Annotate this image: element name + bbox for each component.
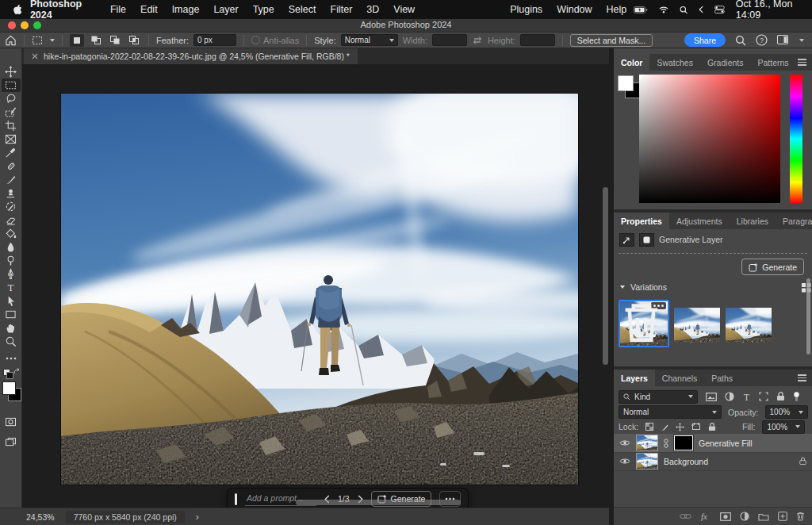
object-selection-tool[interactable] [2, 105, 21, 119]
menu-help[interactable]: Help [599, 4, 634, 15]
tab-paths[interactable]: Paths [704, 370, 740, 386]
crop-tool[interactable] [2, 119, 21, 132]
add-to-selection-mode-button[interactable] [89, 34, 103, 47]
apple-logo-icon[interactable] [13, 3, 22, 16]
properties-generate-button[interactable]: Generate [741, 259, 804, 275]
tab-color[interactable]: Color [614, 54, 649, 71]
lock-transparency-icon[interactable] [645, 423, 653, 431]
swap-dimensions-icon[interactable] [472, 36, 483, 45]
subtract-from-selection-mode-button[interactable] [108, 34, 122, 47]
paint-bucket-tool[interactable] [2, 227, 21, 240]
tab-properties[interactable]: Properties [614, 213, 669, 229]
mask-link-icon[interactable] [664, 439, 668, 448]
height-input[interactable] [520, 34, 555, 46]
frame-tool[interactable] [2, 132, 21, 146]
status-expander-icon[interactable]: › [196, 512, 199, 523]
spot-healing-brush-tool[interactable] [2, 159, 21, 173]
hue-strip[interactable] [790, 75, 802, 203]
variation-thumbnail-1[interactable] [619, 300, 669, 347]
vertical-scrollbar[interactable] [603, 187, 608, 365]
filter-smart-object-icon[interactable] [776, 392, 785, 401]
home-icon[interactable] [5, 35, 17, 46]
adjustment-layer-icon[interactable] [740, 512, 749, 521]
lock-all-icon[interactable] [708, 423, 716, 431]
tab-libraries[interactable]: Libraries [730, 213, 776, 229]
tab-swatches[interactable]: Swatches [649, 54, 700, 71]
eyedropper-tool[interactable] [2, 146, 21, 159]
horizontal-scrollbar[interactable] [296, 500, 461, 505]
link-layers-icon[interactable] [680, 513, 691, 519]
variations-header[interactable]: Variations [614, 281, 812, 293]
history-brush-tool[interactable] [2, 200, 21, 213]
menu-3d[interactable]: 3D [359, 4, 386, 15]
menu-view[interactable]: View [386, 4, 422, 15]
help-icon[interactable]: ? [756, 34, 768, 46]
rectangle-tool[interactable] [2, 308, 21, 321]
menu-file[interactable]: File [103, 4, 133, 15]
menubar-clock[interactable]: Oct 16., Mon 14:09 [736, 0, 802, 21]
layer-row-generative-fill[interactable]: Generative Fill [614, 434, 812, 453]
quick-mask-button[interactable] [2, 415, 21, 428]
color-field[interactable] [639, 75, 780, 203]
battery-icon[interactable] [634, 6, 647, 14]
menu-image[interactable]: Image [165, 4, 207, 15]
lock-artboard-icon[interactable] [691, 423, 701, 431]
tab-paragraph[interactable]: Paragraph [776, 213, 812, 229]
lasso-tool[interactable] [2, 92, 21, 105]
menu-app-name[interactable]: Photoshop 2024 [22, 0, 103, 21]
menu-type[interactable]: Type [246, 4, 282, 15]
filter-toggle-icon[interactable] [793, 392, 800, 402]
control-center-icon[interactable] [714, 5, 725, 14]
visibility-eye-icon[interactable] [619, 439, 630, 446]
foreground-color-swatch[interactable] [2, 381, 16, 395]
filter-kind-dropdown[interactable]: Kind [619, 390, 698, 404]
select-and-mask-button[interactable]: Select and Mask... [570, 34, 653, 47]
dodge-tool[interactable] [2, 254, 21, 267]
menu-plugins[interactable]: Plugins [503, 4, 550, 15]
clone-stamp-tool[interactable] [2, 186, 21, 200]
close-tab-icon[interactable] [32, 53, 38, 59]
lock-position-icon[interactable] [676, 423, 684, 431]
zoom-tool[interactable] [2, 335, 21, 348]
layer-thumbnail[interactable] [636, 435, 658, 451]
workspace-chevron-icon[interactable] [799, 39, 804, 42]
brush-tool[interactable] [2, 173, 21, 186]
pen-tool[interactable] [2, 267, 21, 281]
default-colors-control[interactable] [0, 367, 21, 380]
marquee-tool-preset-icon[interactable] [32, 35, 45, 46]
layer-thumbnail[interactable] [636, 453, 658, 469]
opacity-dropdown[interactable]: 100% [765, 405, 808, 419]
foreground-background-swatches[interactable] [0, 380, 21, 408]
canvas-area[interactable]: Add a prompt... 1/3 Generate [22, 64, 611, 508]
add-mask-icon[interactable] [720, 512, 731, 521]
variation-thumbnail-3[interactable] [726, 308, 772, 343]
tool-preset-chevron-icon[interactable] [50, 39, 55, 42]
menu-layer[interactable]: Layer [206, 4, 245, 15]
menu-select[interactable]: Select [282, 4, 324, 15]
feather-input[interactable]: 0 px [193, 34, 236, 46]
filter-shape-icon[interactable] [759, 392, 768, 401]
drag-handle[interactable] [235, 493, 237, 505]
menu-filter[interactable]: Filter [324, 4, 360, 15]
style-dropdown[interactable]: Normal [341, 34, 398, 46]
pin-to-layer-icon[interactable] [619, 233, 634, 247]
properties-scrollbar[interactable] [806, 278, 810, 354]
path-selection-tool[interactable] [2, 294, 21, 308]
rectangular-marquee-tool[interactable] [2, 79, 21, 92]
tab-gradients[interactable]: Gradients [700, 54, 751, 71]
layer-row-background[interactable]: Background [614, 452, 812, 471]
menu-edit[interactable]: Edit [133, 4, 165, 15]
search-icon[interactable] [735, 35, 746, 46]
wifi-icon[interactable] [659, 6, 668, 14]
blend-mode-dropdown[interactable]: Normal [619, 405, 722, 419]
screen-mode-button[interactable] [2, 435, 21, 448]
panel-menu-icon[interactable] [798, 57, 812, 67]
eraser-tool[interactable] [2, 213, 21, 227]
canvas-image[interactable] [61, 94, 578, 485]
new-group-icon[interactable] [758, 512, 769, 521]
zoom-level[interactable]: 24,53% [26, 512, 55, 522]
search-icon[interactable] [680, 5, 688, 15]
width-input[interactable] [432, 34, 467, 46]
lock-pixels-icon[interactable] [661, 423, 668, 431]
mask-properties-icon[interactable] [639, 233, 654, 247]
